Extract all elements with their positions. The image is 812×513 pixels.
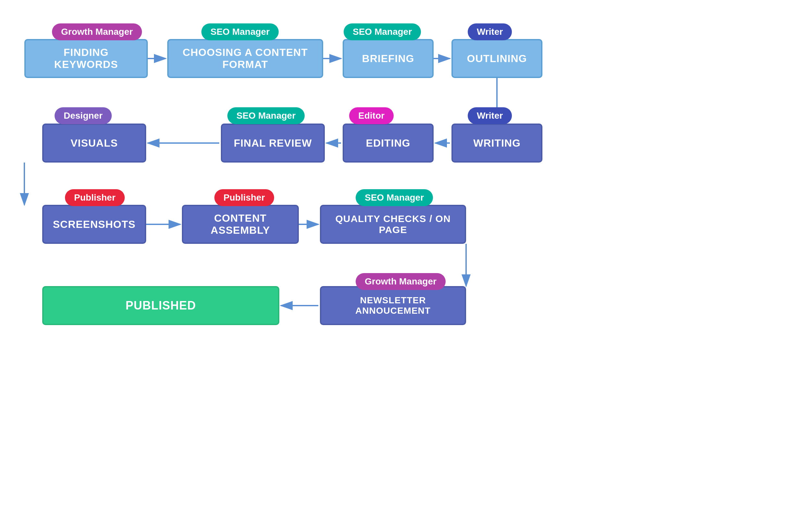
choosing-content-node: CHOOSING A CONTENT FORMAT (167, 39, 323, 78)
screenshots-node: SCREENSHOTS (42, 205, 146, 244)
publisher-badge-2: Publisher (214, 189, 274, 206)
published-node: PUBLISHED (42, 286, 279, 325)
newsletter-node: NEWSLETTER ANNOUCEMENT (320, 286, 466, 325)
seo-manager-badge-4: SEO Manager (356, 189, 433, 206)
finding-keywords-node: FINDING KEYWORDS (24, 39, 148, 78)
seo-manager-badge-2: SEO Manager (344, 23, 421, 40)
seo-manager-badge-3: SEO Manager (227, 107, 304, 124)
outlining-node: OUTLINING (452, 39, 543, 78)
growth-manager-badge-2: Growth Manager (356, 273, 446, 290)
publisher-badge-1: Publisher (65, 189, 125, 206)
final-review-node: FINAL REVIEW (221, 124, 325, 163)
writing-node: WRITING (452, 124, 543, 163)
writer-badge-2: Writer (468, 107, 512, 124)
editor-badge: Editor (349, 107, 394, 124)
seo-manager-badge-1: SEO Manager (201, 23, 279, 40)
designer-badge: Designer (55, 107, 112, 124)
editing-node: EDITING (343, 124, 434, 163)
quality-checks-node: QUALITY CHECKS / ON PAGE (320, 205, 466, 244)
diagram-container: FINDING KEYWORDS CHOOSING A CONTENT FORM… (0, 0, 812, 513)
growth-manager-badge-1: Growth Manager (52, 23, 142, 40)
writer-badge-1: Writer (468, 23, 512, 40)
visuals-node: VISUALS (42, 124, 146, 163)
briefing-node: BRIEFING (343, 39, 434, 78)
content-assembly-node: CONTENT ASSEMBLY (182, 205, 299, 244)
